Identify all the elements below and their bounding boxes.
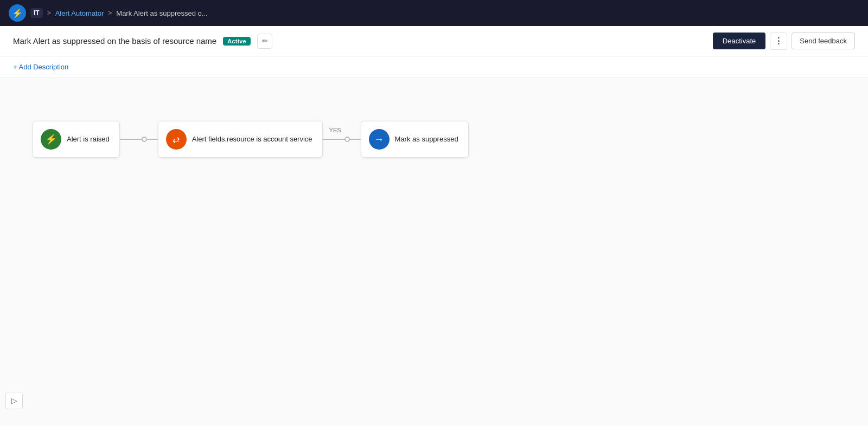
line-1 [120,139,142,140]
flow-canvas: ⚡ Alert is raised ⇄ Alert fields.resourc… [0,78,868,425]
app-logo: ⚡ [9,4,26,22]
page-breadcrumb: Mark Alert as suppressed o... [116,9,207,17]
breadcrumb-sep-1: > [47,9,51,17]
line-3 [323,139,344,140]
sidebar-toggle-button[interactable]: ▷ [5,392,23,409]
flow-diagram: ⚡ Alert is raised ⇄ Alert fields.resourc… [33,121,469,158]
condition-node[interactable]: ⇄ Alert fields.resource is account servi… [158,121,323,158]
send-feedback-button[interactable]: Send feedback [792,33,855,49]
it-badge: IT [30,8,43,18]
header-bar: Mark Alert as suppressed on the basis of… [0,26,868,56]
page-title: Mark Alert as suppressed on the basis of… [13,36,216,46]
condition-label: Alert fields.resource is account service [192,134,312,144]
sub-header: + Add Description [0,56,868,78]
dot-1 [142,137,147,142]
alert-automator-breadcrumb[interactable]: Alert Automator [55,9,104,17]
sidebar-toggle-icon: ▷ [11,396,17,405]
edit-icon: ✏ [262,37,268,45]
top-navigation: ⚡ IT > Alert Automator > Mark Alert as s… [0,0,868,26]
edit-button[interactable]: ✏ [257,34,272,49]
condition-icon: ⇄ [166,129,187,150]
status-badge: Active [223,37,251,46]
dot-2 [344,137,350,142]
breadcrumb-sep-2: > [108,9,112,17]
trigger-node[interactable]: ⚡ Alert is raised [33,121,120,158]
more-icon: ⋮ [774,36,783,46]
add-description-link[interactable]: + Add Description [13,63,68,71]
deactivate-button[interactable]: Deactivate [713,33,765,49]
yes-label: YES [329,127,341,133]
connector-1 [120,137,158,142]
action-icon: → [369,129,390,150]
line-4 [350,139,361,140]
header-actions: Deactivate ⋮ Send feedback [713,33,855,50]
action-label: Mark as suppressed [395,134,458,144]
trigger-icon: ⚡ [41,129,61,150]
action-node[interactable]: → Mark as suppressed [361,121,469,158]
line-2 [147,139,158,140]
connector-2: YES [323,137,361,142]
more-options-button[interactable]: ⋮ [770,33,787,50]
trigger-label: Alert is raised [67,134,110,144]
